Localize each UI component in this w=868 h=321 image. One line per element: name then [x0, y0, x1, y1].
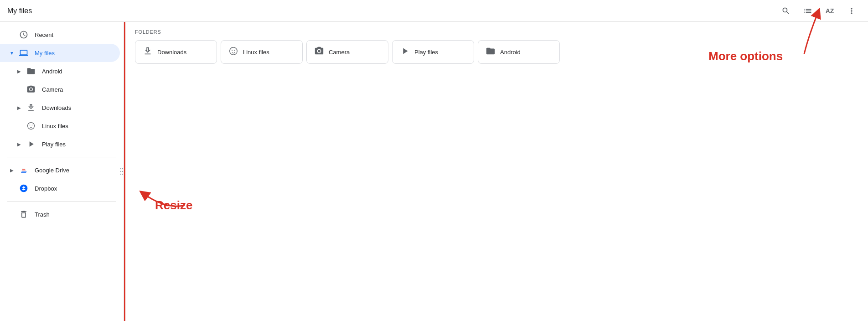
- svg-point-8: [120, 174, 121, 175]
- list-view-icon: [803, 6, 812, 16]
- clock-icon: [18, 29, 29, 40]
- svg-point-6: [120, 171, 121, 172]
- sidebar-item-downloads[interactable]: ▶ Downloads: [0, 98, 120, 117]
- folder-camera-icon: [314, 46, 324, 58]
- folder-camera-label: Camera: [329, 49, 350, 56]
- download-icon: [26, 102, 36, 113]
- sidebar-item-dropbox-label: Dropbox: [35, 185, 57, 192]
- sidebar-item-my-files-label: My files: [35, 50, 55, 57]
- sidebar-item-play-files[interactable]: ▶ Play files: [0, 135, 120, 153]
- svg-point-2: [32, 125, 33, 126]
- folder-item-linux-files[interactable]: Linux files: [221, 40, 303, 64]
- dropbox-icon: [18, 183, 29, 194]
- more-vert-icon: [847, 6, 856, 16]
- folder-play-files-label: Play files: [414, 49, 438, 56]
- folder-android-label: Android: [500, 49, 521, 56]
- camera-icon: [26, 84, 36, 95]
- svg-point-4: [120, 168, 121, 169]
- folder-downloads-label: Downloads: [157, 49, 186, 56]
- folder-item-camera[interactable]: Camera: [306, 40, 388, 64]
- sidebar-item-linux-files-label: Linux files: [42, 123, 68, 129]
- sidebar-item-recent-label: Recent: [35, 31, 53, 38]
- sidebar-item-android-label: Android: [42, 68, 62, 75]
- svg-point-0: [28, 123, 35, 129]
- view-toggle-button[interactable]: [799, 2, 817, 20]
- chevron-play-icon: ▶: [15, 140, 24, 149]
- main-layout: ▶ Recent ▼ My files ▶ Android: [0, 22, 868, 321]
- folders-section-label: Folders: [135, 29, 857, 35]
- svg-point-5: [122, 168, 123, 169]
- svg-point-9: [122, 174, 123, 175]
- sidebar-item-camera[interactable]: ▶ Camera: [0, 80, 120, 98]
- sidebar-divider-1: [7, 157, 116, 157]
- folder-linux-icon: [228, 46, 238, 58]
- sidebar-item-downloads-label: Downloads: [42, 104, 71, 111]
- chevron-my-files-icon: ▼: [7, 48, 16, 57]
- play-icon: [26, 139, 36, 150]
- resize-handle[interactable]: [120, 164, 124, 179]
- folder-item-play-files[interactable]: Play files: [392, 40, 474, 64]
- sidebar-item-trash-label: Trash: [35, 211, 50, 218]
- chevron-android-icon: ▶: [15, 67, 24, 76]
- folder-play-icon: [400, 46, 410, 58]
- folder-download-icon: [143, 46, 153, 58]
- folder-android-icon: [26, 66, 36, 77]
- svg-point-12: [234, 50, 235, 51]
- sidebar-item-recent[interactable]: ▶ Recent: [0, 26, 120, 44]
- svg-point-7: [122, 171, 123, 172]
- svg-point-1: [30, 125, 31, 126]
- folder-item-downloads[interactable]: Downloads: [135, 40, 217, 64]
- chevron-drive-icon: ▶: [7, 166, 16, 175]
- more-options-button[interactable]: [842, 2, 861, 20]
- sidebar-item-my-files[interactable]: ▼ My files: [0, 44, 120, 62]
- folder-linux-files-label: Linux files: [243, 49, 269, 56]
- sidebar: ▶ Recent ▼ My files ▶ Android: [0, 22, 124, 321]
- sidebar-item-google-drive[interactable]: ▶ Google Drive: [0, 161, 120, 179]
- sidebar-item-dropbox[interactable]: ▶ Dropbox: [0, 179, 120, 197]
- drive-icon: [18, 165, 29, 176]
- sidebar-item-camera-label: Camera: [42, 86, 63, 93]
- folder-item-android[interactable]: Android: [478, 40, 560, 64]
- sidebar-item-android[interactable]: ▶ Android: [0, 62, 120, 80]
- main-content: Folders Downloads Linux files: [124, 22, 868, 321]
- chevron-downloads-icon: ▶: [15, 103, 24, 112]
- svg-point-10: [230, 47, 238, 55]
- top-bar: My files AZ: [0, 0, 868, 22]
- folders-grid: Downloads Linux files Camera: [135, 40, 857, 64]
- sort-button[interactable]: AZ: [821, 2, 839, 20]
- search-icon: [781, 6, 790, 16]
- sort-icon: AZ: [826, 7, 834, 15]
- sidebar-item-linux-files[interactable]: ▶ Linux files: [0, 117, 120, 135]
- sidebar-item-play-files-label: Play files: [42, 141, 66, 148]
- search-button[interactable]: [777, 2, 795, 20]
- svg-point-11: [232, 50, 232, 51]
- page-title: My files: [7, 7, 32, 15]
- sidebar-divider-2: [7, 201, 116, 202]
- linux-icon: [26, 120, 36, 131]
- laptop-icon: [18, 47, 29, 58]
- trash-icon: [18, 209, 29, 220]
- folder-android-icon: [486, 46, 496, 58]
- sidebar-item-google-drive-label: Google Drive: [35, 167, 69, 174]
- sidebar-item-trash[interactable]: ▶ Trash: [0, 205, 120, 223]
- toolbar-right: AZ: [777, 2, 861, 20]
